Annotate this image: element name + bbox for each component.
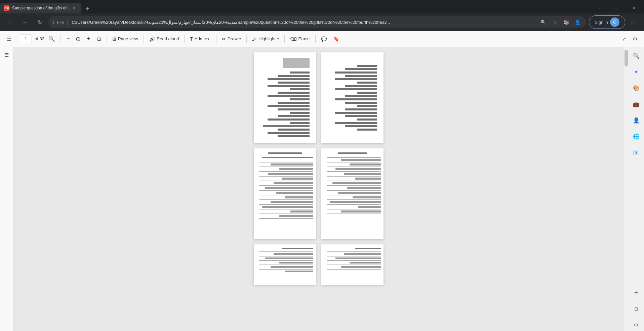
copilot-button[interactable]: ✦ — [630, 66, 642, 78]
pages-row-3 — [254, 244, 384, 285]
back-button[interactable]: ← — [4, 16, 16, 28]
maximize-button[interactable]: □ — [609, 3, 625, 13]
divider-2 — [61, 35, 61, 43]
draw-icon: ✏ — [222, 36, 226, 42]
pdf-page-4 — [321, 148, 384, 239]
bookmark-button[interactable]: 🔖 — [331, 35, 342, 43]
read-aloud-button[interactable]: 🔊 Read aloud — [147, 35, 182, 43]
divider-5 — [184, 35, 185, 43]
divider-4 — [144, 35, 144, 43]
copilot-icon: ✦ — [634, 69, 638, 75]
address-bar[interactable]: ℹ File | C:/Users/Green%20rayan/Desktop/… — [48, 16, 586, 28]
draw-label: Draw — [228, 36, 238, 41]
read-aloud-label: Read aloud — [157, 36, 179, 41]
page-number-input[interactable] — [20, 35, 32, 43]
toolbar-settings-icon: ⚙ — [633, 36, 637, 42]
new-tab-button[interactable]: + — [83, 4, 92, 13]
browser-tab[interactable]: PDF Sample question of the gifts of t ✕ — [0, 3, 81, 13]
profile-button[interactable]: 👤 — [573, 17, 582, 27]
highlight-label: Highlight — [258, 36, 276, 41]
divider-1 — [17, 35, 17, 43]
reload-button[interactable]: ↻ — [34, 16, 46, 28]
search-button[interactable]: 🔍 — [46, 34, 58, 44]
pages-row-1 — [254, 52, 384, 143]
search-icon: 🔍 — [48, 36, 55, 42]
left-sidebar: ☰ — [0, 47, 13, 331]
pdf-page-1 — [254, 52, 316, 143]
fit-page-icon: ⊡ — [97, 36, 101, 42]
read-aloud-icon: 🔊 — [149, 36, 155, 42]
ext-settings-button[interactable]: ⚙ — [630, 319, 642, 331]
scrollbar-thumb[interactable] — [625, 50, 628, 66]
briefcase-button[interactable]: 💼 — [630, 98, 642, 110]
zoom-fit-button[interactable]: ⊙ — [74, 34, 83, 44]
comment-button[interactable]: 💬 — [318, 35, 329, 43]
ext-settings-icon: ⚙ — [634, 322, 638, 328]
pdf-page-6 — [321, 244, 384, 285]
forward-button[interactable]: → — [19, 16, 31, 28]
divider-3 — [107, 35, 107, 43]
divider-9 — [315, 35, 316, 43]
outlook-button[interactable]: 📧 — [630, 146, 642, 158]
zoom-out-button[interactable]: − — [64, 34, 73, 44]
add-text-label: Add text — [195, 36, 211, 41]
favorites-button[interactable]: ☆ — [550, 17, 559, 27]
search-address-button[interactable]: 🔍 — [538, 17, 548, 27]
search-extension-button[interactable]: 🔍 — [630, 50, 642, 62]
person-icon: 👤 — [633, 117, 640, 124]
comment-icon: 💬 — [321, 36, 327, 42]
expand-icon: ⤢ — [622, 36, 626, 42]
page-view-button[interactable]: ⊞ Page view — [110, 35, 141, 43]
file-label: File — [57, 20, 64, 25]
divider-7 — [246, 35, 247, 43]
pdf-page-3 — [254, 148, 316, 239]
close-button[interactable]: ✕ — [626, 3, 641, 13]
page-view-icon: ⊞ — [112, 36, 116, 42]
tab-close-button[interactable]: ✕ — [71, 5, 77, 11]
minimize-button[interactable]: ─ — [592, 3, 608, 13]
more-options-button[interactable]: ⋯ — [628, 16, 640, 28]
fit-button[interactable]: ⊡ — [630, 303, 642, 315]
toolbar-settings-button[interactable]: ⚙ — [630, 35, 640, 43]
paint-button[interactable]: 🎨 — [630, 82, 642, 94]
extension-sidebar: 🔍 ✦ 🎨 💼 👤 🌐 📧 + ⊡ ⚙ — [628, 47, 644, 331]
briefcase-icon: 💼 — [633, 101, 640, 107]
bookmark-icon: 🔖 — [333, 36, 339, 42]
sidebar-icon: ☰ — [7, 36, 11, 42]
scrollbar-container[interactable] — [624, 47, 628, 331]
person-button[interactable]: 👤 — [630, 114, 642, 126]
draw-chevron: ▾ — [239, 37, 241, 41]
collections-button[interactable]: 📚 — [561, 17, 571, 27]
address-text: C:/Users/Green%20rayan/Desktop/ali/4هدیه… — [72, 20, 536, 25]
draw-button[interactable]: ✏ Draw ▾ — [219, 35, 244, 43]
paint-icon: 🎨 — [633, 85, 640, 91]
add-extension-button[interactable]: + — [630, 287, 642, 299]
main-area: ☰ — [0, 47, 644, 331]
thumbnails-button[interactable]: ☰ — [1, 50, 12, 60]
add-text-button[interactable]: T Add text — [187, 35, 213, 43]
pdf-page-2 — [321, 52, 384, 143]
page-header-image — [283, 58, 310, 68]
page-view-label: Page view — [118, 36, 138, 41]
erase-icon: ⌫ — [290, 36, 297, 42]
pdf-viewer[interactable] — [13, 47, 624, 331]
outlook-icon: 📧 — [633, 149, 640, 156]
tab-title: Sample question of the gifts of t — [12, 6, 69, 10]
globe-icon: 🌐 — [633, 133, 640, 140]
search-ext-icon: 🔍 — [633, 53, 640, 59]
fit-page-button[interactable]: ⊡ — [94, 35, 104, 43]
pdf-page-5 — [254, 244, 316, 285]
user-avatar: G — [610, 17, 619, 27]
globe-button[interactable]: 🌐 — [630, 130, 642, 142]
erase-button[interactable]: ⌫ Erase — [287, 35, 313, 43]
fit-icon: ⊡ — [634, 306, 638, 312]
add-text-icon: T — [190, 36, 193, 42]
sign-in-button[interactable]: Sign in G — [589, 15, 625, 29]
highlight-button[interactable]: 🖊 Highlight ▾ — [249, 35, 282, 43]
expand-button[interactable]: ⤢ — [619, 35, 629, 43]
tab-favicon: PDF — [4, 5, 9, 11]
zoom-in-button[interactable]: + — [84, 34, 93, 44]
pages-row-2 — [254, 148, 384, 239]
divider-6 — [216, 35, 216, 43]
sidebar-toggle-button[interactable]: ☰ — [4, 34, 14, 44]
